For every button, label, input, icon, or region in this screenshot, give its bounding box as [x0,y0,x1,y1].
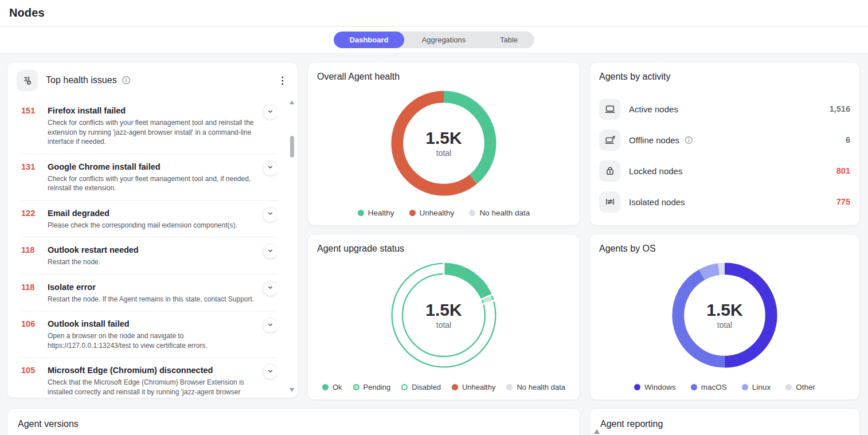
issue-body: Email degradedPlease check the correspon… [48,208,257,230]
info-icon[interactable] [122,76,131,85]
scroll-up-icon[interactable] [594,429,600,434]
chevron-down-icon [266,283,275,293]
legend-item-no-health-data[interactable]: No health data [469,209,530,217]
expand-issue-button[interactable] [263,244,277,259]
legend-label: Healthy [368,209,394,217]
legend-item-healthy[interactable]: Healthy [358,209,394,217]
card-title: Agent reporting [600,419,663,429]
legend-item-linux[interactable]: Linux [742,383,771,391]
legend-label: Unhealthy [462,383,496,391]
expand-issue-button[interactable] [263,318,277,333]
legend-label: Disabled [412,383,441,391]
tab-table[interactable]: Table [483,32,534,48]
legend-item-unhealthy[interactable]: Unhealthy [409,209,455,217]
legend-label: macOS [701,383,727,391]
legend-item-unhealthy[interactable]: Unhealthy [452,383,496,391]
issue-title: Outlook restart needed [48,245,257,255]
issue-description: Open a browser on the node and navigate … [48,331,257,350]
health-issue-item: 151Firefox install failedCheck for confl… [21,98,277,154]
thermometer-icon [17,70,38,91]
health-issue-item: 106Outlook install failedOpen a browser … [21,311,277,358]
chevron-down-icon [266,107,275,117]
legend-label: No health data [479,209,530,217]
issue-count: 131 [21,162,41,193]
issue-body: Microsoft Edge (Chromium) disconnectedCh… [48,365,257,397]
legend-item-macos[interactable]: macOS [691,383,727,391]
legend-marker [452,384,458,390]
legend-item-disabled[interactable]: Disabled [401,383,441,391]
agents-by-activity-card: Agents by activity Active nodes1,516Offl… [589,62,860,226]
legend-item-windows[interactable]: Windows [634,383,676,391]
donut-chart [387,258,501,372]
legend-label: Pending [363,383,391,391]
issue-body: Outlook restart neededRestart the node. [48,245,257,267]
activity-value: 775 [836,197,850,206]
issue-body: Outlook install failedOpen a browser on … [48,319,257,350]
nodes-dashboard-page: Nodes DashboardAggregationsTable Top hea… [0,0,868,435]
legend-item-ok[interactable]: Ok [322,383,342,391]
chevron-down-icon [266,163,275,173]
issue-title: Firefox install failed [48,105,257,116]
issue-count: 151 [21,105,41,147]
legend-marker [785,384,792,390]
legend-marker [506,384,513,390]
expand-issue-button[interactable] [263,160,277,176]
issue-title: Google Chrome install failed [48,162,257,172]
activity-value: 801 [836,166,850,175]
info-icon[interactable] [685,136,693,144]
issue-description: Check for conflicts with your fleet mana… [48,118,257,147]
legend-item-other[interactable]: Other [785,383,815,391]
kebab-menu-icon[interactable]: ⋮ [274,73,291,88]
chart-legend: WindowsmacOSLinuxOther [590,383,859,391]
card-title: Agent versions [18,419,79,429]
isolated-icon [599,191,620,213]
activity-label: Offline nodes [629,135,679,145]
expand-issue-button[interactable] [263,207,277,222]
tab-aggregations[interactable]: Aggregations [404,32,483,48]
page-header: Nodes [0,0,868,26]
tab-dashboard[interactable]: Dashboard [334,32,404,48]
activity-row[interactable]: Offline nodes6 [599,124,850,155]
health-issue-item: 131Google Chrome install failedCheck for… [21,154,277,201]
legend-label: Linux [752,383,771,391]
legend-marker [401,384,408,390]
legend-label: No health data [517,383,565,391]
scroll-up-icon[interactable] [290,100,294,104]
issue-count: 118 [21,282,41,304]
overall-agent-health-card: Overall Agent health 1.5K total HealthyU… [307,62,580,226]
expand-issue-button[interactable] [263,281,277,296]
issue-title: Microsoft Edge (Chromium) disconnected [48,365,257,375]
legend-label: Unhealthy [420,209,455,217]
legend-marker [322,384,329,390]
view-tabs: DashboardAggregationsTable [334,32,534,48]
expand-issue-button[interactable] [263,364,277,379]
legend-label: Other [796,383,815,391]
scrollbar-thumb[interactable] [290,136,294,158]
activity-row[interactable]: Active nodes1,516 [599,93,850,124]
agent-reporting-card: Agent reporting [589,408,860,435]
legend-item-pending[interactable]: Pending [353,383,391,391]
issue-description: Check that the Microsoft Edge (Chromium)… [48,378,257,397]
activity-row[interactable]: Isolated nodes775 [599,186,850,217]
scroll-down-icon[interactable] [290,388,294,392]
legend-label: Ok [333,383,342,391]
issue-description: Please check the corresponding mail exte… [48,221,257,230]
laptop-icon [599,99,620,120]
legend-marker [353,384,359,390]
activity-value: 1,516 [830,104,850,113]
issue-description: Restart the node. If the Agent remains i… [48,295,257,304]
health-issues-list: 151Firefox install failedCheck for confl… [21,98,277,397]
expand-issue-button[interactable] [263,104,277,120]
card-title: Agent upgrade status [317,244,404,254]
chart-legend: OkPendingDisabledUnhealthyNo health data [308,383,580,391]
chevron-down-icon [266,367,275,377]
view-tab-bar: DashboardAggregationsTable [0,27,868,53]
issue-count: 105 [21,365,41,397]
legend-marker [358,210,364,216]
chevron-down-icon [266,320,275,331]
donut-chart [668,258,781,372]
legend-marker [409,210,416,216]
donut-chart-wrap: 1.5K total [387,87,501,200]
activity-row[interactable]: Locked nodes801 [599,155,850,186]
legend-item-no-health-data[interactable]: No health data [506,383,565,391]
